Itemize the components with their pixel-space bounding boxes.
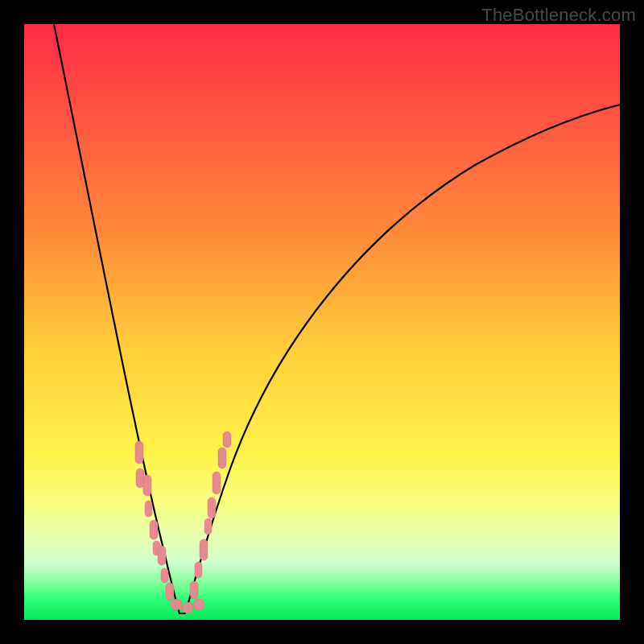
svg-rect-18 bbox=[213, 472, 221, 494]
svg-rect-3 bbox=[143, 475, 151, 496]
svg-rect-11 bbox=[182, 602, 193, 613]
svg-rect-2 bbox=[136, 469, 144, 488]
svg-rect-8 bbox=[161, 568, 168, 583]
svg-rect-19 bbox=[218, 448, 226, 469]
svg-rect-20 bbox=[223, 431, 231, 448]
svg-rect-17 bbox=[208, 497, 216, 518]
plot-area bbox=[24, 24, 620, 620]
svg-rect-15 bbox=[200, 539, 208, 560]
svg-rect-14 bbox=[195, 562, 202, 578]
svg-rect-13 bbox=[190, 581, 198, 599]
svg-rect-9 bbox=[166, 583, 174, 601]
watermark-link[interactable]: TheBottleneck.com bbox=[481, 5, 636, 26]
svg-rect-10 bbox=[171, 599, 182, 610]
svg-rect-12 bbox=[193, 599, 204, 610]
chart-frame: TheBottleneck.com bbox=[0, 0, 644, 644]
svg-rect-7 bbox=[158, 546, 166, 565]
svg-rect-1 bbox=[135, 441, 143, 464]
bead-cluster bbox=[135, 431, 231, 613]
svg-rect-5 bbox=[150, 520, 158, 539]
svg-rect-4 bbox=[145, 501, 152, 517]
svg-rect-16 bbox=[204, 518, 212, 535]
bottleneck-curve bbox=[24, 24, 620, 620]
